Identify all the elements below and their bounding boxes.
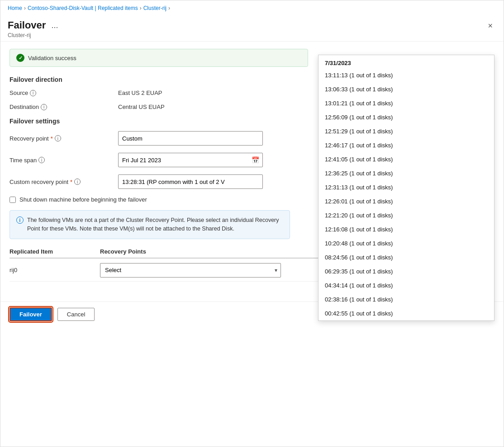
failover-button[interactable]: Failover bbox=[10, 307, 52, 321]
dropdown-item[interactable]: 13:01:21 (1 out of 1 disks) bbox=[319, 96, 494, 110]
dropdown-item[interactable]: 12:56:09 (1 out of 1 disks) bbox=[319, 110, 494, 124]
dropdown-item[interactable]: 00:42:55 (1 out of 1 disks) bbox=[319, 306, 494, 320]
dropdown-item[interactable]: 06:29:35 (1 out of 1 disks) bbox=[319, 264, 494, 278]
dropdown-item[interactable]: 12:36:25 (1 out of 1 disks) bbox=[319, 166, 494, 180]
check-icon bbox=[16, 54, 24, 62]
breadcrumb-home[interactable]: Home bbox=[8, 5, 22, 11]
breadcrumb: Home › Contoso-Shared-Disk-Vault | Repli… bbox=[0, 0, 504, 14]
breadcrumb-sep-3: › bbox=[168, 5, 170, 11]
dropdown-panel: 7/31/2023 13:11:13 (1 out of 1 disks)13:… bbox=[318, 55, 494, 321]
dropdown-item[interactable]: 12:21:20 (1 out of 1 disks) bbox=[319, 208, 494, 222]
dropdown-date-header: 7/31/2023 bbox=[319, 55, 494, 68]
time-span-info-icon[interactable]: i bbox=[38, 157, 45, 163]
shutdown-checkbox[interactable] bbox=[10, 197, 16, 203]
info-box-text: The following VMs are not a part of the … bbox=[27, 216, 283, 233]
validation-banner: Validation success bbox=[10, 49, 308, 67]
dropdown-item[interactable]: 12:26:01 (1 out of 1 disks) bbox=[319, 194, 494, 208]
col-header-item: Replicated Item bbox=[10, 248, 100, 255]
recovery-point-select[interactable]: Select bbox=[100, 263, 281, 278]
panel-title: Failover bbox=[8, 19, 46, 31]
destination-label: Destination i bbox=[10, 104, 118, 110]
validation-message: Validation success bbox=[28, 55, 76, 61]
dropdown-item[interactable]: 12:16:08 (1 out of 1 disks) bbox=[319, 222, 494, 236]
breadcrumb-vault[interactable]: Contoso-Shared-Disk-Vault | Replicated i… bbox=[28, 5, 138, 11]
breadcrumb-sep-2: › bbox=[140, 5, 142, 11]
calendar-icon[interactable]: 📅 bbox=[252, 156, 259, 164]
breadcrumb-cluster[interactable]: Cluster-rij bbox=[143, 5, 166, 11]
select-wrapper: Select ▾ bbox=[100, 263, 281, 278]
time-span-input-wrapper: 📅 bbox=[118, 153, 263, 167]
dropdown-item[interactable]: 10:20:48 (1 out of 1 disks) bbox=[319, 236, 494, 250]
custom-recovery-info-icon[interactable]: i bbox=[74, 179, 81, 185]
recovery-point-input[interactable] bbox=[118, 131, 263, 146]
dropdown-item[interactable]: 12:41:05 (1 out of 1 disks) bbox=[319, 152, 494, 166]
shutdown-label[interactable]: Shut down machine before beginning the f… bbox=[19, 196, 147, 203]
info-box: i The following VMs are not a part of th… bbox=[10, 210, 290, 239]
dropdown-items-container: 13:11:13 (1 out of 1 disks)13:06:33 (1 o… bbox=[319, 68, 494, 320]
dropdown-item[interactable]: 12:31:13 (1 out of 1 disks) bbox=[319, 180, 494, 194]
custom-recovery-label: Custom recovery point * i bbox=[10, 179, 118, 185]
close-button[interactable]: × bbox=[484, 19, 496, 33]
dropdown-item[interactable]: 02:38:16 (1 out of 1 disks) bbox=[319, 292, 494, 306]
recovery-point-label: Recovery point * i bbox=[10, 135, 118, 142]
dropdown-item[interactable]: 12:46:17 (1 out of 1 disks) bbox=[319, 138, 494, 152]
panel-header: Failover ... Cluster-rij × bbox=[0, 14, 504, 42]
dropdown-item[interactable]: 12:51:29 (1 out of 1 disks) bbox=[319, 124, 494, 138]
source-label: Source i bbox=[10, 89, 118, 96]
ellipsis-button[interactable]: ... bbox=[49, 21, 60, 29]
dropdown-item[interactable]: 13:11:13 (1 out of 1 disks) bbox=[319, 68, 494, 82]
time-span-input[interactable] bbox=[118, 153, 263, 167]
cancel-button[interactable]: Cancel bbox=[57, 308, 95, 321]
panel-subtitle: Cluster-rij bbox=[8, 32, 60, 38]
breadcrumb-sep-1: › bbox=[24, 5, 26, 11]
destination-info-icon[interactable]: i bbox=[41, 104, 47, 110]
dropdown-item[interactable]: 08:24:56 (1 out of 1 disks) bbox=[319, 250, 494, 264]
time-span-label: Time span i bbox=[10, 157, 118, 164]
custom-recovery-input[interactable] bbox=[118, 174, 263, 189]
info-circle-icon: i bbox=[16, 216, 24, 224]
panel-title-area: Failover ... Cluster-rij bbox=[8, 19, 60, 38]
source-info-icon[interactable]: i bbox=[30, 90, 36, 96]
recovery-point-info-icon[interactable]: i bbox=[55, 135, 61, 141]
dropdown-panel-inner[interactable]: 7/31/2023 13:11:13 (1 out of 1 disks)13:… bbox=[319, 55, 494, 320]
row-item-name: rij0 bbox=[10, 267, 100, 273]
main-panel: Home › Contoso-Shared-Disk-Vault | Repli… bbox=[0, 0, 504, 447]
dropdown-item[interactable]: 13:06:33 (1 out of 1 disks) bbox=[319, 82, 494, 96]
dropdown-item[interactable]: 04:34:14 (1 out of 1 disks) bbox=[319, 278, 494, 292]
